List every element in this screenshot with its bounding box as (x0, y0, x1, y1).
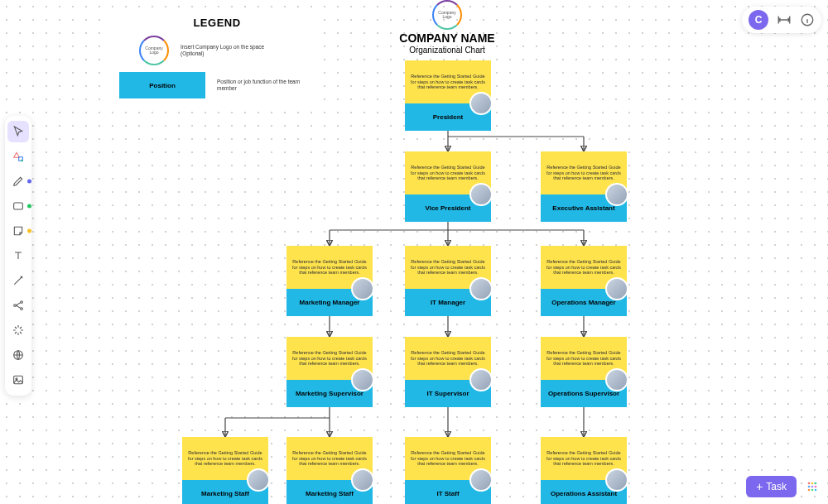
card-president[interactable]: Reference the Getting Started Guide for … (405, 60, 491, 124)
card-ops-sup[interactable]: Reference the Getting Started Guide for … (541, 337, 627, 401)
card-title: Marketing Manager (300, 299, 360, 306)
svg-point-10 (815, 482, 817, 485)
avatar-icon (605, 277, 628, 300)
user-avatar[interactable]: C (749, 10, 768, 30)
svg-point-13 (815, 486, 817, 488)
card-vp[interactable]: Reference the Getting Started Guide for … (405, 151, 491, 215)
card-it-mgr[interactable]: Reference the Getting Started Guide for … (405, 246, 491, 310)
card-ops-mgr[interactable]: Reference the Getting Started Guide for … (541, 246, 627, 310)
bottom-right-controls: +Task (746, 476, 821, 497)
svg-point-14 (808, 489, 811, 492)
legend-position-desc: Position or job function of the team mem… (217, 79, 316, 93)
avatar-icon (469, 277, 493, 300)
avatar-icon (351, 468, 374, 492)
svg-point-11 (808, 486, 811, 488)
info-icon[interactable] (800, 12, 815, 27)
mindmap-tool[interactable] (7, 295, 29, 316)
shapes-tool[interactable] (7, 146, 29, 167)
svg-point-1 (14, 305, 17, 307)
card-mkt-mgr[interactable]: Reference the Getting Started Guide for … (286, 246, 373, 310)
card-title: Vice President (426, 204, 471, 212)
top-right-controls: C (742, 7, 821, 33)
card-it-sup[interactable]: Reference the Getting Started Guide for … (405, 337, 491, 401)
card-it-staff[interactable]: Reference the Getting Started Guide for … (405, 437, 491, 501)
ai-tool[interactable] (7, 319, 29, 341)
company-name: COMPANY NAME (323, 31, 571, 45)
left-toolbar (5, 116, 31, 396)
pen-tool[interactable] (7, 170, 29, 192)
svg-rect-0 (14, 203, 23, 209)
card-mkt-sup[interactable]: Reference the Getting Started Guide for … (286, 337, 373, 401)
image-tool[interactable] (7, 369, 29, 391)
card-ops-asst[interactable]: Reference the Getting Started Guide for … (541, 437, 627, 501)
card-title: Operations Assistant (551, 490, 617, 497)
web-tool[interactable] (7, 344, 29, 366)
avatar-icon (469, 468, 493, 492)
card-title: Marketing Supervisor (296, 390, 363, 397)
card-mkt-staff2[interactable]: Reference the Getting Started Guide for … (286, 437, 373, 501)
company-logo-icon: Company Logo (432, 0, 462, 30)
legend-logo-icon: Company Logo (139, 36, 169, 65)
rectangle-tool[interactable] (7, 195, 29, 217)
card-title: Operations Supervisor (548, 390, 619, 397)
card-title: Executive Assistant (552, 204, 614, 212)
svg-point-8 (808, 482, 811, 485)
card-title: Marketing Staff (306, 490, 354, 497)
svg-point-2 (21, 301, 23, 304)
card-title: President (433, 113, 463, 121)
card-title: IT Supervisor (426, 390, 469, 397)
chart-header: Company Logo COMPANY NAME Organizational… (323, 0, 571, 55)
avatar-icon (469, 368, 493, 391)
avatar-icon (469, 183, 493, 206)
card-title: IT Staff (436, 490, 459, 497)
legend-title: LEGEND (111, 17, 323, 29)
avatar-icon (351, 368, 374, 391)
svg-point-15 (811, 489, 814, 492)
avatar-icon (351, 277, 374, 300)
avatar-icon (605, 368, 628, 391)
svg-point-9 (811, 482, 814, 485)
chart-subtitle: Organizational Chart (323, 46, 571, 55)
task-button[interactable]: +Task (746, 476, 797, 497)
sticky-note-tool[interactable] (7, 220, 29, 242)
avatar-icon (605, 183, 628, 206)
card-title: Operations Manager (551, 299, 615, 306)
avatar-icon (247, 468, 270, 492)
card-title: IT Manager (431, 299, 465, 306)
connector-tool[interactable] (7, 270, 29, 291)
card-mkt-staff1[interactable]: Reference the Getting Started Guide for … (182, 437, 268, 501)
card-ea[interactable]: Reference the Getting Started Guide for … (541, 151, 627, 215)
svg-point-12 (811, 486, 814, 488)
task-button-label: Task (766, 481, 787, 492)
fit-width-icon[interactable] (777, 12, 792, 27)
svg-point-3 (21, 308, 23, 310)
text-tool[interactable] (7, 245, 29, 266)
card-title: Marketing Staff (201, 490, 249, 497)
avatar-icon (605, 468, 628, 492)
legend-position-chip: Position (119, 72, 205, 98)
avatar-icon (469, 92, 493, 115)
apps-button[interactable] (803, 478, 821, 496)
select-tool[interactable] (7, 121, 29, 142)
legend-panel: LEGEND Company Logo Insert Company Logo … (111, 10, 323, 106)
svg-point-16 (815, 489, 817, 492)
legend-logo-desc: Insert Company Logo on the space (Option… (181, 44, 280, 58)
svg-rect-5 (14, 376, 23, 383)
